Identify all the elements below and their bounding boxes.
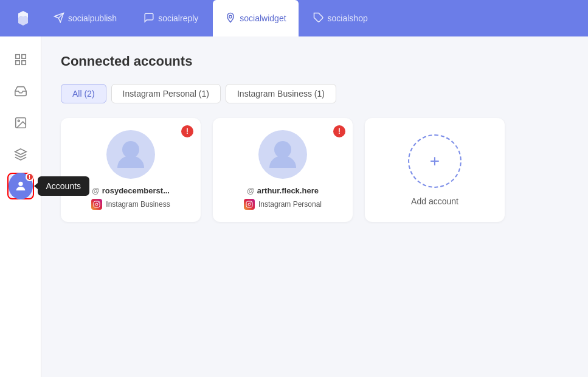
sidebar-item-dashboard[interactable]: [7, 46, 34, 73]
add-account-label: Add account: [411, 196, 458, 206]
tab-socialreply-label: socialreply: [158, 13, 198, 23]
svg-point-11: [122, 141, 139, 158]
svg-point-15: [274, 141, 291, 158]
socialpublish-icon: [54, 12, 64, 25]
svg-rect-5: [15, 61, 19, 64]
svg-point-10: [18, 182, 22, 186]
tab-socialwidget-label: socialwidget: [240, 13, 286, 23]
socialshop-icon: [313, 12, 324, 25]
svg-rect-12: [94, 201, 100, 207]
nav-tabs: socialpublish socialreply socialwidget s…: [41, 0, 578, 36]
account-username-1: @ rosydecemberst...: [92, 186, 170, 195]
svg-point-18: [251, 202, 252, 204]
svg-point-14: [98, 202, 99, 204]
sidebar-item-accounts[interactable]: ! Accounts: [7, 173, 34, 199]
tab-socialreply[interactable]: socialreply: [131, 0, 210, 36]
sidebar-item-inbox[interactable]: [7, 78, 34, 105]
filter-tab-instagram-business[interactable]: Instagram Business (1): [226, 84, 336, 103]
socialwidget-icon: [225, 12, 236, 25]
sidebar-item-media[interactable]: [7, 109, 34, 136]
account-card-1[interactable]: ! @ rosydecemberst... Instagram Business: [61, 118, 201, 222]
tab-socialshop-label: socialshop: [328, 13, 368, 23]
instagram-icon-2: [244, 199, 255, 210]
sidebar-item-layers[interactable]: [7, 141, 34, 168]
main-layout: ! Accounts Connected accounts All (2) In…: [0, 36, 588, 377]
svg-rect-16: [246, 201, 252, 207]
avatar-1: [106, 130, 155, 179]
error-badge-1: !: [181, 125, 193, 137]
at-icon-2: @: [247, 186, 255, 195]
logo: [10, 5, 36, 32]
add-circle-icon: +: [408, 134, 462, 188]
svg-rect-6: [21, 61, 25, 64]
tab-socialwidget[interactable]: socialwidget: [213, 0, 298, 36]
page-title: Connected accounts: [61, 54, 569, 69]
tab-socialpublish[interactable]: socialpublish: [41, 0, 129, 36]
sidebar: ! Accounts: [0, 36, 41, 377]
avatar-2: [258, 130, 307, 179]
tab-socialshop[interactable]: socialshop: [301, 0, 380, 36]
svg-point-17: [248, 203, 251, 206]
account-platform-1: Instagram Business: [91, 199, 170, 210]
filter-tab-all[interactable]: All (2): [61, 84, 106, 103]
account-platform-2: Instagram Personal: [244, 199, 322, 210]
accounts-avatar-icon: !: [9, 173, 33, 199]
filter-tabs: All (2) Instagram Personal (1) Instagram…: [61, 84, 569, 103]
top-navigation: socialpublish socialreply socialwidget s…: [0, 0, 588, 36]
main-content: Connected accounts All (2) Instagram Per…: [41, 36, 588, 377]
accounts-grid: ! @ rosydecemberst... Instagram Business: [61, 118, 569, 222]
svg-point-13: [95, 203, 98, 206]
svg-rect-4: [21, 55, 25, 58]
error-badge-2: !: [333, 125, 345, 137]
tab-socialpublish-label: socialpublish: [68, 13, 117, 23]
svg-marker-9: [15, 149, 26, 154]
svg-point-1: [229, 15, 232, 18]
svg-rect-3: [15, 55, 19, 58]
at-icon-1: @: [92, 186, 100, 195]
filter-tab-instagram-personal[interactable]: Instagram Personal (1): [111, 84, 221, 103]
add-account-card[interactable]: + Add account: [365, 118, 505, 222]
instagram-icon-1: [91, 199, 102, 210]
account-username-2: @ arthur.fleck.here: [247, 186, 319, 195]
socialreply-icon: [144, 12, 154, 25]
svg-point-8: [18, 120, 19, 122]
account-card-2[interactable]: ! @ arthur.fleck.here Instagram Personal: [213, 118, 353, 222]
